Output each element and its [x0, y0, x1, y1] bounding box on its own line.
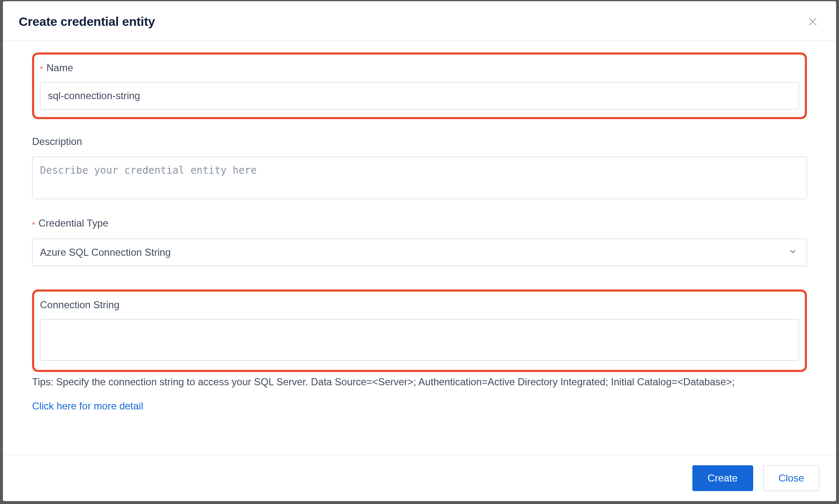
name-field-group: * Name — [32, 52, 807, 119]
connection-string-field-group: Connection String Tips: Specify the conn… — [32, 289, 807, 412]
name-input[interactable] — [40, 82, 799, 110]
connection-string-label-row: Connection String — [40, 299, 799, 311]
description-label-row: Description — [32, 136, 807, 147]
close-icon[interactable] — [806, 15, 819, 28]
required-star: * — [32, 221, 35, 229]
close-button[interactable]: Close — [763, 465, 819, 491]
create-credential-modal: Create credential entity * Name Descript… — [3, 1, 836, 501]
description-field-group: Description — [32, 136, 807, 201]
modal-header: Create credential entity — [3, 1, 836, 41]
credential-type-select[interactable]: Azure SQL Connection String — [32, 239, 807, 266]
create-button[interactable]: Create — [692, 465, 753, 491]
credential-type-label-row: * Credential Type — [32, 217, 807, 229]
required-star: * — [40, 65, 43, 73]
description-input[interactable] — [32, 157, 807, 199]
modal-title: Create credential entity — [19, 15, 155, 29]
credential-type-field-group: * Credential Type Azure SQL Connection S… — [32, 217, 807, 266]
credential-type-value: Azure SQL Connection String — [32, 239, 807, 266]
description-label: Description — [32, 136, 82, 147]
credential-type-label: Credential Type — [38, 217, 108, 229]
name-label-row: * Name — [40, 62, 799, 74]
name-highlight: * Name — [32, 52, 807, 119]
modal-body: * Name Description * Credential Type Azu… — [3, 41, 836, 455]
connection-string-label: Connection String — [40, 299, 120, 310]
connection-string-highlight: Connection String — [32, 289, 807, 372]
modal-footer: Create Close — [3, 455, 836, 501]
connection-string-input[interactable] — [40, 319, 799, 361]
tips-text: Tips: Specify the connection string to a… — [32, 376, 807, 388]
more-detail-link[interactable]: Click here for more detail — [32, 400, 143, 412]
name-label: Name — [46, 62, 73, 73]
